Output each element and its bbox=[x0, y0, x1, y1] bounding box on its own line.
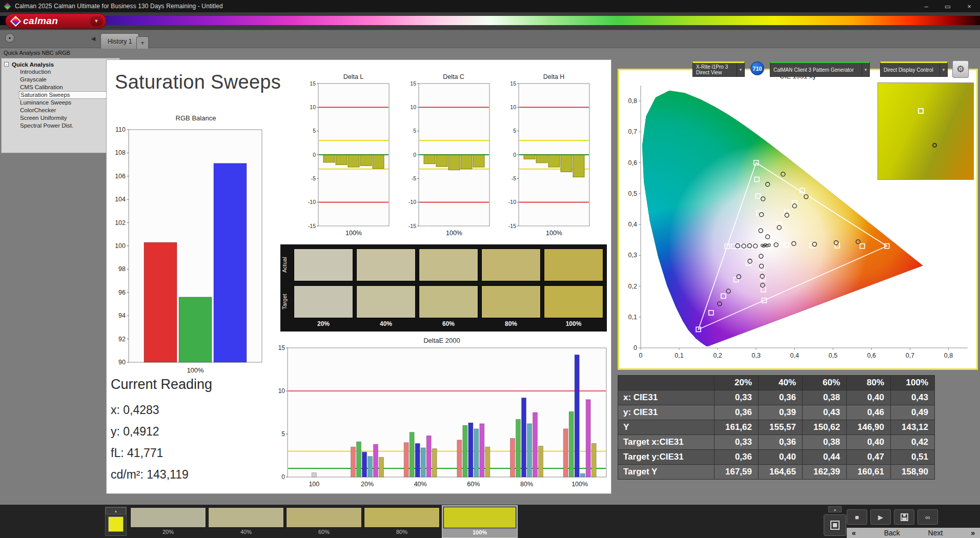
main-panel: Saturation Sweeps RGB Balance 9092949698… bbox=[106, 59, 611, 494]
sidebar-item-luminance-sweeps[interactable]: Luminance Sweeps bbox=[2, 99, 119, 107]
table-corner-cell bbox=[618, 376, 714, 390]
next-button[interactable]: Next bbox=[928, 529, 943, 537]
target-swatch-60% bbox=[419, 285, 478, 318]
sidebar-item-colorchecker[interactable]: ColorChecker bbox=[2, 107, 119, 114]
minimize-button[interactable]: – bbox=[915, 0, 937, 12]
svg-text:0: 0 bbox=[313, 152, 316, 158]
table-cell: 164,65 bbox=[759, 465, 803, 480]
pattern-swatch-60%[interactable]: 60% bbox=[286, 507, 362, 536]
meter-mode: Direct View bbox=[696, 70, 733, 75]
swatch-col-label: 60% bbox=[419, 320, 478, 327]
back-next-strip: « Back Next » bbox=[847, 528, 980, 538]
svg-text:0,4: 0,4 bbox=[790, 352, 799, 359]
bottom-bar: ▲ ▲ ■ ▶ ∞ « Back Next » 20%40%60%80%100% bbox=[0, 505, 980, 538]
main-menu-dropdown[interactable]: ▼ bbox=[90, 16, 103, 26]
save-button[interactable] bbox=[894, 509, 914, 525]
svg-text:100%: 100% bbox=[446, 230, 462, 237]
continuous-mode-button[interactable]: ∞ bbox=[917, 509, 938, 525]
svg-text:5: 5 bbox=[413, 128, 416, 134]
svg-text:10: 10 bbox=[510, 104, 516, 110]
table-row-label: Target y:CIE31 bbox=[618, 450, 714, 465]
indicator-up-arrow-icon[interactable]: ▲ bbox=[106, 507, 126, 514]
calman-logo[interactable]: calman ▼ bbox=[5, 13, 107, 29]
actual-target-swatch-grid: ActualTarget20%40%60%80%100% bbox=[280, 244, 607, 332]
svg-text:90: 90 bbox=[118, 359, 126, 366]
add-tab-button[interactable]: + bbox=[136, 36, 149, 49]
sidebar-item-spectral-power-dist-[interactable]: Spectral Power Dist. bbox=[2, 122, 119, 130]
sidebar-item-grayscale[interactable]: Grayscale bbox=[2, 76, 119, 84]
back-button[interactable]: Back bbox=[884, 529, 900, 537]
current-pattern-indicator: ▲ bbox=[105, 507, 127, 536]
tab-history-1[interactable]: History 1 bbox=[100, 33, 139, 49]
pattern-swatch-20%[interactable]: 20% bbox=[130, 507, 206, 536]
tree-root-quick-analysis[interactable]: - Quick Analysis bbox=[2, 61, 119, 68]
cie-zoom-inset bbox=[877, 82, 974, 180]
table-column-header: 20% bbox=[714, 376, 759, 390]
svg-text:0,6: 0,6 bbox=[867, 352, 876, 359]
svg-text:110: 110 bbox=[115, 126, 126, 133]
logo-row: calman ▼ bbox=[0, 12, 980, 30]
pin-button[interactable]: ● bbox=[5, 33, 14, 43]
sidebar-collapse-icon[interactable]: ◀ bbox=[89, 34, 98, 43]
svg-text:0,6: 0,6 bbox=[628, 159, 637, 167]
tree-expander-icon[interactable]: - bbox=[4, 62, 9, 67]
svg-text:-15: -15 bbox=[409, 223, 416, 229]
gear-icon[interactable]: ⚙ bbox=[952, 60, 969, 78]
display-control-dropdown[interactable]: Direct Display Control ▼ bbox=[880, 61, 948, 77]
table-cell: 0,36 bbox=[759, 390, 803, 405]
actual-swatch-80% bbox=[481, 249, 541, 281]
svg-text:0,3: 0,3 bbox=[751, 352, 760, 359]
title-bar: Calman 2025 Calman Ultimate for Business… bbox=[0, 0, 980, 12]
pattern-swatch-100%[interactable]: 100% bbox=[442, 505, 518, 538]
current-reading-values: x: 0,4283y: 0,4912fL: 41,771cd/m²: 143,1… bbox=[111, 399, 189, 485]
chevron-down-icon: ▼ bbox=[862, 63, 869, 76]
first-page-chevron[interactable]: « bbox=[852, 529, 856, 537]
table-cell: 0,36 bbox=[714, 450, 759, 465]
svg-text:0,4: 0,4 bbox=[628, 221, 637, 228]
window-title: Calman 2025 Calman Ultimate for Business… bbox=[15, 3, 223, 10]
stop-button[interactable]: ■ bbox=[847, 509, 867, 525]
maximize-button[interactable]: ▭ bbox=[937, 0, 958, 12]
pattern-swatch-80%[interactable]: 80% bbox=[364, 507, 440, 536]
play-button[interactable]: ▶ bbox=[870, 509, 891, 525]
pattern-generator-dropdown[interactable]: CalMAN Client 3 Pattern Generator ▼ bbox=[770, 61, 870, 77]
pattern-swatch-40%[interactable]: 40% bbox=[208, 507, 284, 536]
panel-up-arrow-icon[interactable]: ▲ bbox=[828, 506, 842, 512]
svg-text:15: 15 bbox=[310, 80, 316, 87]
table-row: Y161,62155,57150,62146,90143,12 bbox=[618, 420, 935, 435]
svg-text:100%: 100% bbox=[187, 366, 204, 374]
table-cell: 0,33 bbox=[714, 435, 759, 450]
swatch-label: 80% bbox=[364, 528, 440, 536]
swatch-color bbox=[130, 507, 206, 528]
svg-text:-5: -5 bbox=[412, 175, 416, 181]
app-icon bbox=[4, 3, 11, 10]
pattern-window-button[interactable] bbox=[824, 514, 846, 536]
swatch-color bbox=[286, 507, 362, 528]
svg-text:-10: -10 bbox=[308, 199, 316, 205]
sidebar-item-screen-uniformity[interactable]: Screen Uniformity bbox=[2, 114, 119, 122]
svg-text:0,3: 0,3 bbox=[628, 252, 637, 259]
spectrum-gradient-bar bbox=[0, 16, 980, 25]
meter-dropdown[interactable]: X-Rite i1Pro 3 Direct View ▼ bbox=[692, 61, 745, 77]
reading-value: cd/m²: 143,119 bbox=[111, 464, 189, 485]
display-control-label: Direct Display Control bbox=[881, 67, 940, 73]
actual-swatch-40% bbox=[356, 249, 416, 281]
last-page-chevron[interactable]: » bbox=[971, 529, 975, 537]
svg-text:0,2: 0,2 bbox=[713, 352, 722, 359]
svg-text:0,7: 0,7 bbox=[628, 128, 637, 135]
svg-text:15: 15 bbox=[510, 80, 516, 87]
table-cell: 0,40 bbox=[759, 450, 803, 465]
svg-text:-15: -15 bbox=[308, 223, 316, 229]
table-column-header: 40% bbox=[759, 376, 803, 390]
table-row: y: CIE310,360,390,430,460,49 bbox=[618, 405, 935, 420]
svg-text:0: 0 bbox=[639, 352, 643, 359]
swatch-color bbox=[364, 507, 440, 528]
sidebar-item-introduction[interactable]: Introduction bbox=[2, 68, 119, 76]
close-button[interactable]: × bbox=[958, 0, 980, 12]
swatch-label: 60% bbox=[286, 528, 362, 536]
svg-text:10: 10 bbox=[310, 104, 316, 110]
swatch-label: 40% bbox=[208, 528, 284, 536]
sidebar-item-cms-calibration[interactable]: CMS Calibration bbox=[2, 84, 119, 91]
pattern-generator-label: CalMAN Client 3 Pattern Generator bbox=[770, 67, 862, 73]
svg-text:0,1: 0,1 bbox=[675, 352, 683, 359]
